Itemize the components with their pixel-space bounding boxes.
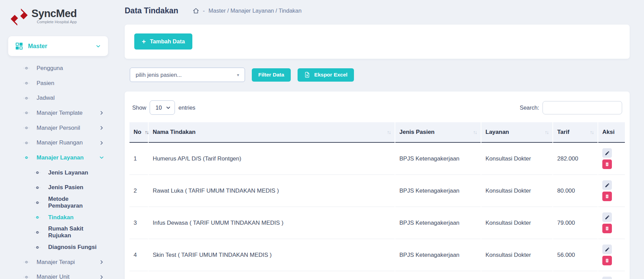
sidebar-item-pasien[interactable]: Pasien <box>0 76 116 91</box>
sort-icon: ↑↓ <box>590 129 594 135</box>
edit-button[interactable] <box>602 245 612 254</box>
cell-layanan: Konsultasi Dokter <box>481 239 552 271</box>
plus-icon: + <box>142 38 146 45</box>
sidebar-item-jadwal[interactable]: Jadwal <box>0 90 116 106</box>
sidebar-item-label: Manajer Terapi <box>37 259 75 266</box>
cell-no: 3 <box>129 207 148 239</box>
cell-no: 4 <box>129 239 148 271</box>
edit-button[interactable] <box>602 277 612 279</box>
sidebar-item-manajer-unit[interactable]: Manajer Unit <box>0 270 116 279</box>
sidebar-item-label: Diagnosis Fungsi <box>48 244 97 251</box>
grid-icon <box>16 43 23 50</box>
add-data-button[interactable]: + Tambah Data <box>134 33 192 50</box>
cell-no <box>129 271 148 279</box>
column-label: No <box>134 129 141 135</box>
excel-file-icon <box>304 72 310 78</box>
cell-no: 2 <box>129 175 148 207</box>
column-label: Jenis Pasien <box>399 129 435 135</box>
filter-bar: pilih jenis pasien... ▾ Filter Data Eksp… <box>130 68 630 82</box>
main-content: Data Tindakan - Master / Manajer Layanan… <box>116 0 644 279</box>
cell-aksi <box>598 207 625 239</box>
sidebar-item-label: Jenis Pasien <box>48 184 83 191</box>
table-card: Show 10 entries Search: No↑↓ Nama Tindak… <box>125 92 630 279</box>
jenis-pasien-select-value: pilih jenis pasien... <box>136 72 182 78</box>
cell-no: 1 <box>129 143 148 175</box>
search-input[interactable] <box>543 101 622 114</box>
home-icon[interactable] <box>193 8 199 14</box>
sidebar-item-jenis-pasien[interactable]: Jenis Pasien <box>0 180 116 195</box>
column-header-layanan[interactable]: Layanan↑↓ <box>481 122 552 143</box>
sidebar: SyncMed Complete Hospital App Master Pen… <box>0 0 116 279</box>
edit-button[interactable] <box>602 148 612 158</box>
bullet-icon <box>25 112 28 114</box>
sidebar-item-manajer-layanan[interactable]: Manajer Layanan <box>0 150 116 165</box>
cell-aksi <box>598 271 625 279</box>
bullet-icon <box>25 276 28 278</box>
delete-button[interactable] <box>602 256 612 265</box>
column-header-no[interactable]: No↑↓ <box>129 122 148 143</box>
sidebar-item-pengguna[interactable]: Pengguna <box>0 61 116 76</box>
breadcrumb-separator: - <box>203 8 205 14</box>
edit-button[interactable] <box>602 212 612 222</box>
table-controls: Show 10 entries Search: <box>129 100 626 115</box>
sidebar-item-rumah-sakit-rujukan[interactable]: Rumah Sakit Rujukan <box>0 225 116 240</box>
filter-data-button[interactable]: Filter Data <box>252 68 291 82</box>
bullet-icon <box>36 231 39 234</box>
sidebar-item-tindakan[interactable]: Tindakan <box>0 210 116 225</box>
trash-icon <box>605 226 609 231</box>
chevron-down-icon <box>99 155 104 160</box>
column-label: Layanan <box>485 129 509 135</box>
sort-icon: ↑↓ <box>145 129 149 135</box>
sidebar-item-metode-pembayaran[interactable]: Metode Pembayaran <box>0 195 116 210</box>
column-header-nama-tindakan[interactable]: Nama Tindakan↑↓ <box>149 122 395 143</box>
cell-aksi <box>598 175 625 207</box>
sidebar-item-jenis-layanan[interactable]: Jenis Layanan <box>0 165 116 180</box>
cell-tarif: 79.000 <box>553 207 598 239</box>
table-body: 1 Humerus AP/L D/S (Tarif Rontgen) BPJS … <box>129 143 625 279</box>
table-row <box>129 271 625 279</box>
jenis-pasien-select[interactable]: pilih jenis pasien... ▾ <box>130 68 245 82</box>
cell-jenis-pasien: BPJS Ketenagakerjaan <box>395 207 481 239</box>
cell-tarif: 56.000 <box>553 239 598 271</box>
export-excel-label: Ekspor Excel <box>314 72 347 78</box>
pencil-icon <box>605 247 610 252</box>
add-data-label: Tambah Data <box>150 38 185 45</box>
column-header-tarif[interactable]: Tarif↑↓ <box>553 122 598 143</box>
sidebar-item-label: Manajer Personil <box>37 125 80 131</box>
cell-nama-tindakan: Skin Test ( TARIF UMUM TINDAKAN MEDIS ) <box>149 239 395 271</box>
sidebar-item-manajer-terapi[interactable]: Manajer Terapi <box>0 255 116 270</box>
cell-jenis-pasien: BPJS Ketenagakerjaan <box>395 175 481 207</box>
sidebar-nav: Pengguna Pasien Jadwal Manajer Template … <box>0 61 116 279</box>
sidebar-item-manajer-template[interactable]: Manajer Template <box>0 106 116 121</box>
edit-button[interactable] <box>602 180 612 190</box>
pencil-icon <box>605 183 610 188</box>
cell-layanan: Konsultasi Dokter <box>481 175 552 207</box>
page-length-control: Show 10 entries <box>132 100 195 115</box>
syncmed-logo-icon <box>10 8 28 27</box>
sidebar-item-label: Tindakan <box>48 214 73 221</box>
sidebar-item-master[interactable]: Master <box>8 36 108 56</box>
delete-button[interactable] <box>602 224 612 233</box>
chevron-right-icon <box>99 141 104 145</box>
delete-button[interactable] <box>602 159 612 169</box>
bullet-icon <box>36 216 39 219</box>
column-header-jenis-pasien[interactable]: Jenis Pasien↑↓ <box>395 122 481 143</box>
pencil-icon <box>605 215 610 220</box>
column-label: Tarif <box>557 129 570 135</box>
page-header: Data Tindakan - Master / Manajer Layanan… <box>116 0 644 21</box>
export-excel-button[interactable]: Ekspor Excel <box>298 68 354 82</box>
trash-icon <box>605 258 609 263</box>
show-label: Show <box>132 104 146 111</box>
page-length-select[interactable]: 10 <box>150 100 175 115</box>
column-label: Nama Tindakan <box>153 129 195 135</box>
sidebar-item-manajer-personil[interactable]: Manajer Personil <box>0 121 116 136</box>
chevron-right-icon <box>99 111 104 115</box>
bullet-icon <box>25 127 28 129</box>
sidebar-item-label: Manajer Layanan <box>37 154 84 161</box>
filter-data-label: Filter Data <box>258 72 284 78</box>
sidebar-item-diagnosis-fungsi[interactable]: Diagnosis Fungsi <box>0 240 116 255</box>
delete-button[interactable] <box>602 192 612 201</box>
sidebar-item-label: Metode Pembayaran <box>48 196 104 209</box>
sidebar-item-label: Rumah Sakit Rujukan <box>48 225 104 239</box>
sidebar-item-manajer-ruangan[interactable]: Manajer Ruangan <box>0 135 116 150</box>
